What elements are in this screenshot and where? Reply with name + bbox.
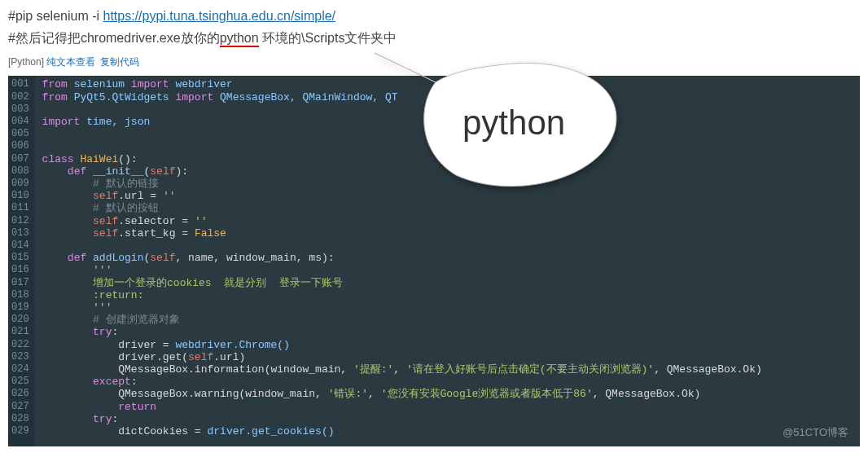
- pip-prefix: pip selenium -i: [15, 9, 103, 23]
- ws: [42, 351, 119, 363]
- id: time, json: [80, 116, 150, 128]
- comment: # 默认的按钮: [93, 202, 159, 214]
- ws: [42, 215, 93, 227]
- ws: [42, 301, 93, 314]
- str: '您没有安装Google浏览器或者版本低于86': [381, 388, 593, 400]
- ws: [86, 165, 93, 178]
- ws: [42, 178, 93, 190]
- ln: 016: [11, 264, 29, 276]
- ws: [42, 376, 93, 388]
- ln: 006: [11, 140, 29, 152]
- txt: driver: [118, 339, 163, 351]
- note-before: 然后记得把chromedriver.exe放你的: [15, 31, 220, 45]
- ws: [42, 289, 93, 301]
- ln: 023: [11, 351, 29, 363]
- ws: [188, 227, 195, 240]
- ln: 010: [11, 190, 29, 202]
- str: ''': [93, 301, 112, 314]
- ln: 008: [11, 165, 29, 178]
- kw: try: [93, 413, 112, 425]
- ln: 020: [11, 314, 29, 326]
- call: webdriver.Chrome(): [175, 339, 289, 351]
- str: '': [195, 215, 208, 227]
- code-block: 001 002 003 004 005 006 007 008 009 010 …: [8, 76, 860, 446]
- fn: addLogin: [93, 252, 143, 264]
- op: ():: [118, 153, 137, 165]
- ln: 024: [11, 363, 29, 376]
- self: self: [150, 252, 175, 264]
- ln: 011: [11, 202, 29, 214]
- code-wrap: 001 002 003 004 005 006 007 008 009 010 …: [8, 76, 860, 446]
- ws: [42, 363, 119, 376]
- kw: from: [42, 78, 68, 90]
- op: :: [112, 326, 118, 338]
- ln: 009: [11, 178, 29, 190]
- ln: 028: [11, 413, 29, 425]
- ws: [42, 227, 93, 240]
- class-name: HaiWei: [74, 153, 119, 165]
- ln: 027: [11, 401, 29, 413]
- self: self: [93, 190, 118, 202]
- note-python: python: [220, 31, 259, 47]
- op: =: [182, 227, 188, 240]
- kw: import: [131, 78, 169, 90]
- ln: 015: [11, 252, 29, 264]
- kw: try: [93, 326, 112, 338]
- ws: [42, 252, 68, 264]
- ln: 005: [11, 128, 29, 140]
- ln: 004: [11, 116, 29, 128]
- ln: 013: [11, 227, 29, 240]
- ws: [42, 165, 68, 178]
- ws: [42, 190, 93, 202]
- ws: [42, 388, 119, 400]
- code-content[interactable]: from selenium import webdriver from PyQt…: [34, 76, 762, 446]
- op: ):: [322, 252, 335, 264]
- op: :: [112, 413, 118, 425]
- ln: 018: [11, 289, 29, 301]
- txt: dictCookies: [118, 425, 195, 437]
- ln: 012: [11, 215, 29, 227]
- watermark: @51CTO博客: [783, 425, 848, 440]
- txt: .start_kg: [118, 227, 182, 240]
- id: webdriver: [169, 78, 233, 90]
- ln: 001: [11, 78, 29, 90]
- fn: __init__: [93, 165, 143, 178]
- self: self: [188, 351, 213, 363]
- txt: , QMessageBox.Ok): [654, 363, 762, 376]
- ln: 022: [11, 339, 29, 351]
- ws: [42, 339, 119, 351]
- op: =: [150, 190, 156, 202]
- kw: return: [118, 401, 156, 413]
- plain-view-link[interactable]: 纯文本查看: [46, 56, 95, 68]
- copy-code-link[interactable]: 复制代码: [97, 56, 138, 68]
- comment: # 默认的链接: [93, 178, 159, 190]
- txt: ,: [393, 363, 406, 376]
- comment: # 创建浏览器对象: [93, 314, 180, 326]
- ln: 025: [11, 376, 29, 388]
- args: , name, window_main, ms: [176, 252, 322, 264]
- ln: 019: [11, 301, 29, 314]
- str: '提醒:': [353, 363, 393, 376]
- ln: 014: [11, 240, 29, 252]
- txt: QMessageBox.warning(window_main,: [118, 388, 327, 400]
- line-number-gutter: 001 002 003 004 005 006 007 008 009 010 …: [8, 76, 34, 446]
- op: =: [182, 215, 188, 227]
- hash: #: [8, 31, 15, 45]
- ln: 007: [11, 153, 29, 165]
- op: ):: [176, 165, 189, 178]
- self: self: [93, 215, 118, 227]
- str: ''': [93, 264, 112, 276]
- ws: [42, 277, 93, 289]
- pip-link[interactable]: https://pypi.tuna.tsinghua.edu.cn/simple…: [103, 9, 336, 23]
- ws: [42, 202, 93, 214]
- lang-tag: [Python]: [8, 56, 46, 68]
- ws: [42, 326, 93, 338]
- txt: .selector: [118, 215, 182, 227]
- ln: 026: [11, 388, 29, 400]
- ln: 017: [11, 277, 29, 289]
- ws: [42, 264, 93, 276]
- op: =: [195, 425, 201, 437]
- id: PyQt5.QtWidgets: [68, 91, 176, 103]
- kw: def: [68, 252, 86, 264]
- txt: QMessageBox.information(window_main,: [118, 363, 353, 376]
